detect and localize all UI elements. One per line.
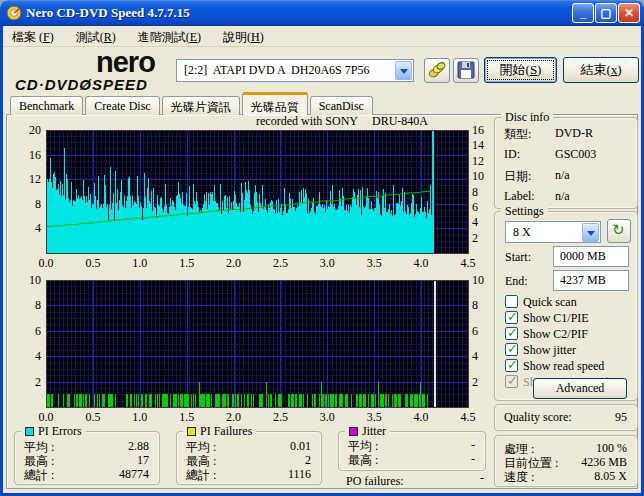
pi-errors-chart: 201612841614121086420.00.51.01.52.02.53.… <box>8 121 487 271</box>
exit-button[interactable]: 結束(x) <box>563 57 639 83</box>
pi-failures-chart: 1086421086420.00.51.01.52.02.53.03.54.04… <box>8 271 487 423</box>
svg-text:8: 8 <box>472 298 478 312</box>
window-border-left <box>0 26 3 496</box>
menu-advanced-test[interactable]: 進階測試(E) <box>129 26 210 46</box>
svg-text:3.5: 3.5 <box>367 410 382 423</box>
disc-id-label: ID: <box>504 147 520 162</box>
disc-type-value: DVD-R <box>555 126 593 141</box>
checkbox-icon[interactable] <box>505 311 518 324</box>
speed-selector-value: 8 X <box>513 225 531 240</box>
svg-text:1.5: 1.5 <box>179 256 194 270</box>
tab-strip: Benchmark Create Disc 光碟片資訊 光碟品質 ScanDis… <box>10 92 375 115</box>
nero-app-icon <box>6 5 22 21</box>
pi-errors-legend-swatch <box>25 427 34 436</box>
svg-text:12: 12 <box>472 154 484 168</box>
refresh-button[interactable]: ↻ <box>607 219 631 243</box>
tab-disc-info[interactable]: 光碟片資訊 <box>162 96 240 115</box>
svg-text:16: 16 <box>472 123 484 137</box>
disc-info-caption: Disc info <box>501 110 553 125</box>
end-field[interactable]: 4237 MB <box>553 270 629 291</box>
start-button[interactable]: 開始(S) <box>484 57 557 83</box>
svg-text:4: 4 <box>35 221 41 235</box>
disc-type-label: 類型: <box>504 126 531 143</box>
svg-text:2: 2 <box>472 375 478 389</box>
svg-text:8: 8 <box>472 185 478 199</box>
progress-box: 處理 :100 % 目前位置 :4236 MB 速度 :8.05 X <box>494 435 638 487</box>
svg-text:4: 4 <box>472 215 478 229</box>
tab-create-disc[interactable]: Create Disc <box>85 96 159 115</box>
jitter-legend-swatch <box>349 427 358 436</box>
checkbox-show-c1-pie[interactable]: Show C1/PIE <box>505 311 635 325</box>
svg-text:2.0: 2.0 <box>226 410 241 423</box>
checkbox-icon[interactable] <box>505 295 518 308</box>
jitter-group-caption: Jitter <box>345 424 390 439</box>
quality-score-value: 95 <box>615 410 627 425</box>
svg-text:3.0: 3.0 <box>320 256 335 270</box>
pi-failures-total-value: 1116 <box>288 467 311 482</box>
svg-text:3.5: 3.5 <box>367 256 382 270</box>
disc-date-value: n/a <box>555 168 570 183</box>
maximize-icon[interactable]: ▢ <box>595 3 617 23</box>
save-button[interactable] <box>453 58 479 83</box>
checkbox-icon[interactable] <box>505 327 518 340</box>
quality-score-label: Quality score: <box>504 410 572 425</box>
svg-text:2: 2 <box>472 231 478 245</box>
jitter-stats-group: Jitter 平均 :- 最高 :- <box>338 431 486 471</box>
options-button[interactable] <box>424 58 450 83</box>
checkbox-icon[interactable] <box>505 359 518 372</box>
checkbox-icon <box>505 375 518 388</box>
svg-text:14: 14 <box>472 138 484 152</box>
svg-text:0.0: 0.0 <box>39 256 54 270</box>
svg-text:3.0: 3.0 <box>320 410 335 423</box>
checkbox-show-c2-pif[interactable]: Show C2/PIF <box>505 327 635 341</box>
pi-failures-legend-swatch <box>187 427 196 436</box>
cd-dvd-speed-logo: CD·DVDØSPEED <box>15 76 148 93</box>
po-failures-label: PO failures: <box>346 474 404 488</box>
tab-scandisc[interactable]: ScanDisc <box>310 96 373 115</box>
svg-text:2: 2 <box>35 375 41 389</box>
svg-text:10: 10 <box>29 273 41 287</box>
svg-text:4.0: 4.0 <box>414 256 429 270</box>
disc-label-label: Label: <box>504 189 535 204</box>
menu-test[interactable]: 測試(R) <box>67 26 125 46</box>
speed-label: 速度 : <box>504 469 534 486</box>
checkbox-quick-scan[interactable]: Quick scan <box>505 295 635 309</box>
pi-failures-group-caption: PI Failures <box>183 424 256 439</box>
svg-text:6: 6 <box>472 324 478 338</box>
disc-id-value: GSC003 <box>555 147 596 162</box>
svg-text:2.0: 2.0 <box>226 256 241 270</box>
tab-benchmark[interactable]: Benchmark <box>10 96 83 115</box>
svg-text:4: 4 <box>35 349 41 363</box>
svg-text:8: 8 <box>35 197 41 211</box>
svg-text:4.5: 4.5 <box>461 410 476 423</box>
start-label: Start: <box>505 250 531 265</box>
menu-help[interactable]: 說明(H) <box>214 26 273 46</box>
start-field[interactable]: 0000 MB <box>553 246 629 267</box>
svg-text:10: 10 <box>472 169 484 183</box>
chevron-down-icon[interactable] <box>395 61 412 80</box>
checkbox-icon[interactable] <box>505 343 518 356</box>
drive-selector[interactable]: [2:2] ATAPI DVD A DH20A6S 7P56 <box>176 59 414 82</box>
svg-text:1.0: 1.0 <box>132 256 147 270</box>
pi-errors-total-label: 總計 : <box>24 467 54 484</box>
menu-file[interactable]: 檔案 (F) <box>3 26 63 46</box>
pi-errors-avg-value: 2.88 <box>128 439 149 454</box>
speed-selector[interactable]: 8 X <box>505 221 601 243</box>
pi-failures-stats-group: PI Failures 平均 :0.01 最高 :2 總計 :1116 <box>176 431 322 485</box>
pi-errors-group-caption: PI Errors <box>21 424 86 439</box>
checkbox-show-jitter[interactable]: Show jitter <box>505 343 635 357</box>
nero-logo: nero <box>96 48 155 76</box>
position-value: 4236 MB <box>581 455 627 470</box>
close-icon[interactable]: ✕ <box>618 3 640 23</box>
progress-value: 100 % <box>596 441 627 456</box>
advanced-button[interactable]: Advanced <box>533 378 627 399</box>
checkbox-show-read-speed[interactable]: Show read speed <box>505 359 635 373</box>
svg-text:6: 6 <box>472 200 478 214</box>
minimize-icon[interactable]: _ <box>572 3 594 23</box>
speed-value: 8.05 X <box>594 469 627 484</box>
chevron-down-icon[interactable] <box>582 223 599 242</box>
tab-disc-quality[interactable]: 光碟品質 <box>242 92 308 115</box>
svg-text:20: 20 <box>29 123 41 137</box>
svg-text:1.5: 1.5 <box>179 410 194 423</box>
disc-label-value: n/a <box>555 189 570 204</box>
